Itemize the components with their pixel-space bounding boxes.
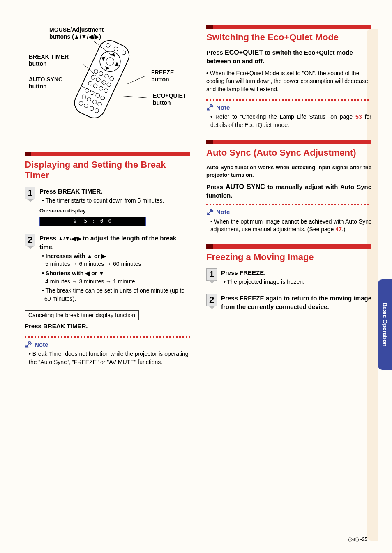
freeze-step-2: 2 Press FREEZE again to return to the mo… xyxy=(206,294,371,311)
step2-inc-label: • Increases with ▲ or ▶ xyxy=(42,252,190,260)
note-title: Note xyxy=(35,341,48,348)
note-title-autosync: Note xyxy=(216,208,230,215)
label-mouse-1: MOUSE/Adjustment xyxy=(49,26,104,33)
label-eco-1: ECO+QUIET xyxy=(153,92,186,99)
osd-label: On-screen display xyxy=(39,207,190,214)
label-freeze-1: FREEZE xyxy=(151,69,174,76)
step1-dot: . xyxy=(101,188,102,195)
svg-rect-0 xyxy=(71,37,133,122)
step-2: 2 Press ▲/▼/◀/▶ to adjust the length of … xyxy=(25,234,190,303)
label-breaktimer-2: button xyxy=(29,60,47,67)
cup-icon: ☕ xyxy=(74,217,78,225)
autosync-note-post: .) xyxy=(342,226,346,233)
label-eco-2: button xyxy=(153,99,171,106)
label-mouse: MOUSE/Adjustment buttons (▲/▼/◀/▶) xyxy=(49,26,104,40)
page-num-text: -35 xyxy=(360,537,367,542)
note-icon-autosync xyxy=(206,208,214,216)
cancel-box: Canceling the break timer display functi… xyxy=(25,310,139,320)
label-breaktimer-1: BREAK TIMER xyxy=(29,53,69,60)
section-bar-eco xyxy=(206,25,371,29)
autosync-note-pre: • When the optimum image cannot be achie… xyxy=(210,218,371,233)
step1-bullet: • The timer starts to count down from 5 … xyxy=(42,197,190,205)
note-title-eco: Note xyxy=(216,104,230,111)
label-autosync-1: AUTO SYNC xyxy=(29,76,62,83)
section-bar-freeze xyxy=(206,244,371,249)
note-head-eco: Note xyxy=(206,103,371,111)
note-sep xyxy=(25,336,190,338)
label-autosync: AUTO SYNC button xyxy=(29,76,62,90)
section-bar-autosync xyxy=(206,140,371,144)
note-sep-autosync xyxy=(206,204,371,205)
page-number: GB -35 xyxy=(348,537,367,542)
autosync-press-pre: Press xyxy=(206,183,226,190)
freeze2-btn: FREEZE xyxy=(240,295,264,302)
freeze-step-num-1: 1 xyxy=(206,268,217,281)
osd-time: 5 : 0 0 xyxy=(84,217,113,225)
freeze1-bullet: • The projected image is frozen. xyxy=(224,278,371,286)
freeze2-press: Press xyxy=(221,295,240,302)
svg-line-34 xyxy=(123,96,146,98)
osd-display: ☕ 5 : 0 0 xyxy=(39,217,146,226)
section-bar xyxy=(25,152,190,156)
step1-btn: BREAK TIMER xyxy=(58,188,101,195)
cancel-btn: BREAK TIMER xyxy=(43,323,86,329)
step2-dec-label: • Shortens with ◀ or ▼ xyxy=(42,270,190,278)
region-badge: GB xyxy=(348,537,358,542)
eco-intro-btn: ECO+QUIET xyxy=(225,49,263,56)
eco-intro-pre: Press xyxy=(206,49,225,56)
step-num-2: 2 xyxy=(25,234,35,246)
note-icon-eco xyxy=(206,103,214,111)
step-1: 1 Press BREAK TIMER. • The timer starts … xyxy=(25,187,190,226)
note-head: Note xyxy=(25,340,190,348)
note-icon xyxy=(25,340,33,348)
autosync-press-btn: AUTO SYNC xyxy=(226,183,265,190)
heading-eco: Switching the Eco+Quiet Mode xyxy=(206,32,371,43)
label-freeze: FREEZE button xyxy=(151,69,174,83)
eco-note-page: 53 xyxy=(355,113,362,120)
autosync-note-page: 47 xyxy=(335,226,342,233)
svg-line-33 xyxy=(127,76,145,84)
freeze1-press: Press xyxy=(221,269,240,276)
note-head-autosync: Note xyxy=(206,208,371,216)
label-eco: ECO+QUIET button xyxy=(153,92,186,106)
step2-unit: • The break time can be set in units of … xyxy=(42,287,190,303)
autosync-intro: Auto Sync function works when detecting … xyxy=(206,164,371,179)
remote-diagram: MOUSE/Adjustment buttons (▲/▼/◀/▶) BREAK… xyxy=(25,25,190,140)
step2-dec-text: 4 minutes → 3 minutes → 1 minute xyxy=(45,278,190,286)
step-num-1: 1 xyxy=(25,187,35,199)
step1-press: Press xyxy=(39,188,58,195)
cancel-press: Press xyxy=(25,323,43,329)
note-sep-eco xyxy=(206,99,371,101)
freeze-step-1: 1 Press FREEZE. • The projected image is… xyxy=(206,268,371,286)
label-freeze-2: button xyxy=(151,76,169,83)
freeze1-dot: . xyxy=(264,269,265,276)
label-autosync-2: button xyxy=(29,83,47,90)
label-mouse-2: buttons (▲/▼/◀/▶) xyxy=(49,33,101,40)
label-breaktimer: BREAK TIMER button xyxy=(29,53,69,67)
step2-arrows: ▲/▼/◀/▶ xyxy=(58,235,81,242)
eco-note-pre: • Refer to "Checking the Lamp Life Statu… xyxy=(210,113,355,120)
heading-break-timer: Displaying and Setting the Break Timer xyxy=(25,159,190,181)
freeze1-btn: FREEZE xyxy=(240,269,264,276)
cancel-dot: . xyxy=(86,323,88,329)
heading-autosync: Auto Sync (Auto Sync Adjustment) xyxy=(206,147,371,158)
freeze-step-num-2: 2 xyxy=(206,294,217,306)
heading-freeze: Freezing a Moving Image xyxy=(206,252,371,263)
step2-inc-text: 5 minutes → 6 minutes → 60 minutes xyxy=(45,260,190,268)
eco-bullet: • When the Eco+Quiet Mode is set to "ON"… xyxy=(206,69,371,94)
step2-press: Press xyxy=(39,235,58,242)
note-text: • Break Timer does not function while th… xyxy=(25,350,190,366)
